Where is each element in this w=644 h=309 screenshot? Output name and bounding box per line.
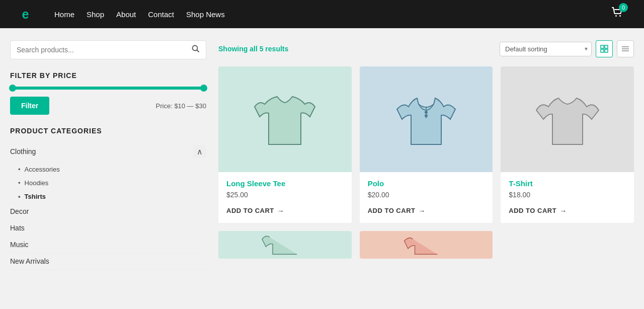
svg-point-13 xyxy=(425,111,427,113)
nav-home[interactable]: Home xyxy=(54,10,74,19)
product-image-partial-2 xyxy=(360,231,493,259)
results-count: 5 xyxy=(260,45,264,53)
site-logo[interactable]: e xyxy=(20,5,38,23)
category-music[interactable]: Music xyxy=(10,237,206,253)
filter-title: FILTER BY PRICE xyxy=(10,71,206,80)
sort-view: Default sorting Sort by popularity Sort … xyxy=(500,40,634,57)
search-button[interactable] xyxy=(192,45,200,55)
svg-line-4 xyxy=(197,50,199,52)
content-header: Showing all 5 results Default sorting So… xyxy=(218,40,634,57)
product-card-long-sleeve: Long Sleeve Tee $25.00 ADD TO CART → xyxy=(218,66,352,223)
product-card-placeholder xyxy=(501,231,634,259)
category-clothing-toggle[interactable]: ∧ xyxy=(193,145,206,158)
price-range-label: Price: $10 — $30 xyxy=(156,102,206,110)
product-name-long-sleeve[interactable]: Long Sleeve Tee xyxy=(226,179,344,188)
svg-point-2 xyxy=(619,15,621,17)
product-card-partial-1 xyxy=(218,231,352,259)
product-info-tshirt: T-Shirt $18.00 ADD TO CART → xyxy=(501,172,634,223)
svg-point-1 xyxy=(615,15,617,17)
svg-rect-5 xyxy=(601,45,604,48)
svg-rect-6 xyxy=(605,45,608,48)
svg-rect-8 xyxy=(605,49,608,52)
cart-badge: 0 xyxy=(619,3,628,12)
nav-shop-news[interactable]: Shop News xyxy=(186,10,225,19)
subcategory-tshirts[interactable]: Tshirts xyxy=(18,190,206,203)
product-price-polo: $20.00 xyxy=(368,191,485,199)
nav-shop[interactable]: Shop xyxy=(87,10,104,19)
add-to-cart-long-sleeve[interactable]: ADD TO CART → xyxy=(226,207,284,215)
nav-about[interactable]: About xyxy=(116,10,136,19)
search-input[interactable] xyxy=(17,46,192,54)
product-price-long-sleeve: $25.00 xyxy=(226,191,344,199)
cart-area[interactable]: 0 xyxy=(611,6,624,22)
product-info-polo: Polo $20.00 ADD TO CART → xyxy=(360,172,493,223)
subcategory-accessories[interactable]: Accessories xyxy=(18,163,206,176)
category-clothing[interactable]: Clothing ∧ xyxy=(10,141,206,163)
svg-point-14 xyxy=(425,115,427,117)
product-name-polo[interactable]: Polo xyxy=(368,179,485,188)
view-grid-button[interactable] xyxy=(596,40,613,57)
add-to-cart-polo[interactable]: ADD TO CART → xyxy=(368,207,426,215)
sidebar: FILTER BY PRICE Filter Price: $10 — $30 … xyxy=(10,40,206,276)
price-slider[interactable] xyxy=(10,87,206,90)
product-card-tshirt: T-Shirt $18.00 ADD TO CART → xyxy=(501,66,634,223)
filter-section: FILTER BY PRICE Filter Price: $10 — $30 xyxy=(10,71,206,115)
cart-icon[interactable]: 0 xyxy=(611,6,624,22)
svg-text:e: e xyxy=(22,7,29,21)
product-card-polo: Polo $20.00 ADD TO CART → xyxy=(360,66,493,223)
view-list-button[interactable] xyxy=(617,40,634,57)
product-image-tshirt xyxy=(501,66,634,172)
add-to-cart-tshirt[interactable]: ADD TO CART → xyxy=(509,207,567,215)
categories-title: PRODUCT CATEGORIES xyxy=(10,127,206,135)
main-nav: Home Shop About Contact Shop News xyxy=(54,10,225,19)
search-box xyxy=(10,40,206,59)
category-decor[interactable]: Decor xyxy=(10,203,206,220)
filter-button[interactable]: Filter xyxy=(10,97,49,115)
category-new-arrivals[interactable]: New Arrivals xyxy=(10,253,206,270)
product-info-long-sleeve: Long Sleeve Tee $25.00 ADD TO CART → xyxy=(218,172,352,223)
product-grid: Long Sleeve Tee $25.00 ADD TO CART → xyxy=(218,66,634,223)
product-image-partial-1 xyxy=(218,231,352,259)
results-text: Showing all 5 results xyxy=(218,45,288,53)
category-clothing-subs: Accessories Hoodies Tshirts xyxy=(10,163,206,203)
categories-section: PRODUCT CATEGORIES Clothing ∧ Accessorie… xyxy=(10,127,206,270)
main-content: Showing all 5 results Default sorting So… xyxy=(218,40,634,276)
nav-contact[interactable]: Contact xyxy=(148,10,174,19)
product-image-long-sleeve xyxy=(218,66,352,172)
sort-select[interactable]: Default sorting Sort by popularity Sort … xyxy=(500,42,592,56)
site-header: e Home Shop About Contact Shop News 0 xyxy=(0,0,644,28)
category-clothing-label: Clothing xyxy=(10,147,36,156)
product-card-partial-2 xyxy=(360,231,493,259)
product-price-tshirt: $18.00 xyxy=(509,191,626,199)
product-grid-bottom xyxy=(218,231,634,259)
svg-rect-7 xyxy=(601,49,604,52)
product-image-polo xyxy=(360,66,493,172)
subcategory-hoodies[interactable]: Hoodies xyxy=(18,176,206,190)
product-name-tshirt[interactable]: T-Shirt xyxy=(509,179,626,188)
category-hats[interactable]: Hats xyxy=(10,220,206,237)
